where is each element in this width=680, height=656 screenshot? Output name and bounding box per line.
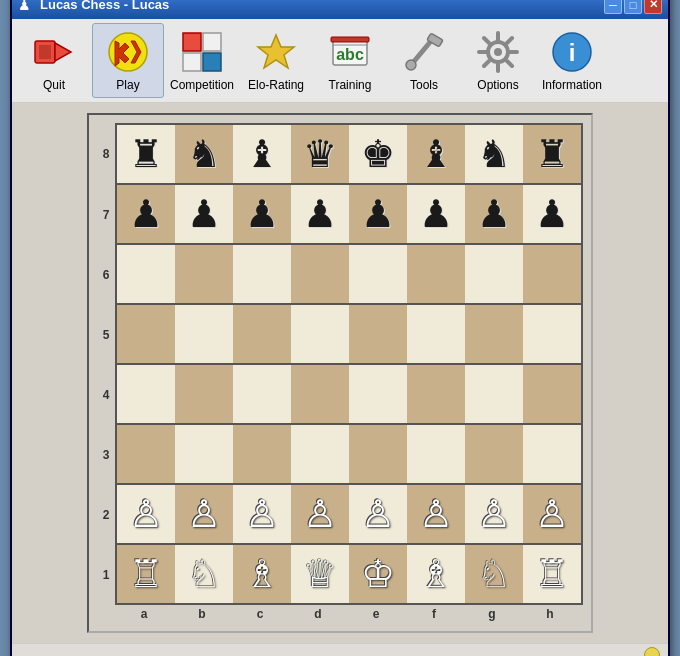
- cell-g6[interactable]: [465, 245, 523, 303]
- cell-h6[interactable]: [523, 245, 581, 303]
- maximize-button[interactable]: □: [624, 0, 642, 14]
- cell-g2[interactable]: ♙: [465, 485, 523, 543]
- cell-c6[interactable]: [233, 245, 291, 303]
- file-label-a: a: [115, 605, 173, 623]
- cell-d5[interactable]: [291, 305, 349, 363]
- cell-g7[interactable]: ♟: [465, 185, 523, 243]
- cell-b3[interactable]: [175, 425, 233, 483]
- cell-h7[interactable]: ♟: [523, 185, 581, 243]
- minimize-button[interactable]: ─: [604, 0, 622, 14]
- cell-b6[interactable]: [175, 245, 233, 303]
- cell-f2[interactable]: ♙: [407, 485, 465, 543]
- svg-rect-7: [183, 53, 201, 71]
- cell-c7[interactable]: ♟: [233, 185, 291, 243]
- file-label-g: g: [463, 605, 521, 623]
- cell-e1[interactable]: ♔: [349, 545, 407, 603]
- cell-c1[interactable]: ♗: [233, 545, 291, 603]
- cell-d1[interactable]: ♕: [291, 545, 349, 603]
- cell-g5[interactable]: [465, 305, 523, 363]
- rank-row-3: 3: [97, 425, 583, 485]
- cell-h2[interactable]: ♙: [523, 485, 581, 543]
- cell-f3[interactable]: [407, 425, 465, 483]
- rank-cells-4: [115, 365, 583, 425]
- quit-button[interactable]: Quit: [18, 23, 90, 98]
- cell-f8[interactable]: ♝: [407, 125, 465, 183]
- cell-g1[interactable]: ♘: [465, 545, 523, 603]
- cell-g3[interactable]: [465, 425, 523, 483]
- tools-button[interactable]: Tools: [388, 23, 460, 98]
- cell-e7[interactable]: ♟: [349, 185, 407, 243]
- options-icon: [474, 28, 522, 76]
- cell-c5[interactable]: [233, 305, 291, 363]
- rank-label-7: 7: [97, 186, 115, 244]
- file-label-c: c: [231, 605, 289, 623]
- rank-cells-3: [115, 425, 583, 485]
- rank-row-4: 4: [97, 365, 583, 425]
- information-button[interactable]: i Information: [536, 23, 608, 98]
- cell-b1[interactable]: ♘: [175, 545, 233, 603]
- cell-h8[interactable]: ♜: [523, 125, 581, 183]
- cell-h5[interactable]: [523, 305, 581, 363]
- file-label-h: h: [521, 605, 579, 623]
- svg-point-15: [406, 60, 416, 70]
- cell-d4[interactable]: [291, 365, 349, 423]
- cell-f1[interactable]: ♗: [407, 545, 465, 603]
- elo-rating-label: Elo-Rating: [248, 78, 304, 92]
- cell-b8[interactable]: ♞: [175, 125, 233, 183]
- file-label-e: e: [347, 605, 405, 623]
- cell-f5[interactable]: [407, 305, 465, 363]
- cell-h1[interactable]: ♖: [523, 545, 581, 603]
- cell-a3[interactable]: [117, 425, 175, 483]
- close-button[interactable]: ✕: [644, 0, 662, 14]
- cell-a2[interactable]: ♙: [117, 485, 175, 543]
- cell-f6[interactable]: [407, 245, 465, 303]
- cell-d3[interactable]: [291, 425, 349, 483]
- cell-e5[interactable]: [349, 305, 407, 363]
- title-bar-left: ♟ Lucas Chess - Lucas: [18, 0, 169, 13]
- cell-b4[interactable]: [175, 365, 233, 423]
- cell-a7[interactable]: ♟: [117, 185, 175, 243]
- cell-c2[interactable]: ♙: [233, 485, 291, 543]
- cell-a1[interactable]: ♖: [117, 545, 175, 603]
- cell-d7[interactable]: ♟: [291, 185, 349, 243]
- options-button[interactable]: Options: [462, 23, 534, 98]
- elo-rating-button[interactable]: Elo-Rating: [240, 23, 312, 98]
- cell-c4[interactable]: [233, 365, 291, 423]
- cell-a4[interactable]: [117, 365, 175, 423]
- cell-d2[interactable]: ♙: [291, 485, 349, 543]
- cell-e6[interactable]: [349, 245, 407, 303]
- cell-g8[interactable]: ♞: [465, 125, 523, 183]
- training-button[interactable]: abc Training: [314, 23, 386, 98]
- competition-button[interactable]: Competition: [166, 23, 238, 98]
- cell-f4[interactable]: [407, 365, 465, 423]
- quit-icon: [30, 28, 78, 76]
- cell-c8[interactable]: ♝: [233, 125, 291, 183]
- cell-a6[interactable]: [117, 245, 175, 303]
- rank-label-8: 8: [97, 125, 115, 183]
- cell-g4[interactable]: [465, 365, 523, 423]
- file-label-f: f: [405, 605, 463, 623]
- cell-b2[interactable]: ♙: [175, 485, 233, 543]
- cell-a8[interactable]: ♜: [117, 125, 175, 183]
- cell-f7[interactable]: ♟: [407, 185, 465, 243]
- main-window: ♟ Lucas Chess - Lucas ─ □ ✕ Quit: [10, 0, 670, 656]
- cell-a5[interactable]: [117, 305, 175, 363]
- cell-c3[interactable]: [233, 425, 291, 483]
- competition-label: Competition: [170, 78, 234, 92]
- cell-e8[interactable]: ♚: [349, 125, 407, 183]
- rank-label-1: 1: [97, 546, 115, 604]
- cell-e4[interactable]: [349, 365, 407, 423]
- information-icon: i: [548, 28, 596, 76]
- cell-h4[interactable]: [523, 365, 581, 423]
- rank-label-5: 5: [97, 306, 115, 364]
- cell-e2[interactable]: ♙: [349, 485, 407, 543]
- rank-label-2: 2: [97, 486, 115, 544]
- cell-e3[interactable]: [349, 425, 407, 483]
- cell-b7[interactable]: ♟: [175, 185, 233, 243]
- cell-b5[interactable]: [175, 305, 233, 363]
- svg-rect-5: [203, 53, 221, 71]
- play-button[interactable]: Play: [92, 23, 164, 98]
- cell-h3[interactable]: [523, 425, 581, 483]
- cell-d8[interactable]: ♛: [291, 125, 349, 183]
- cell-d6[interactable]: [291, 245, 349, 303]
